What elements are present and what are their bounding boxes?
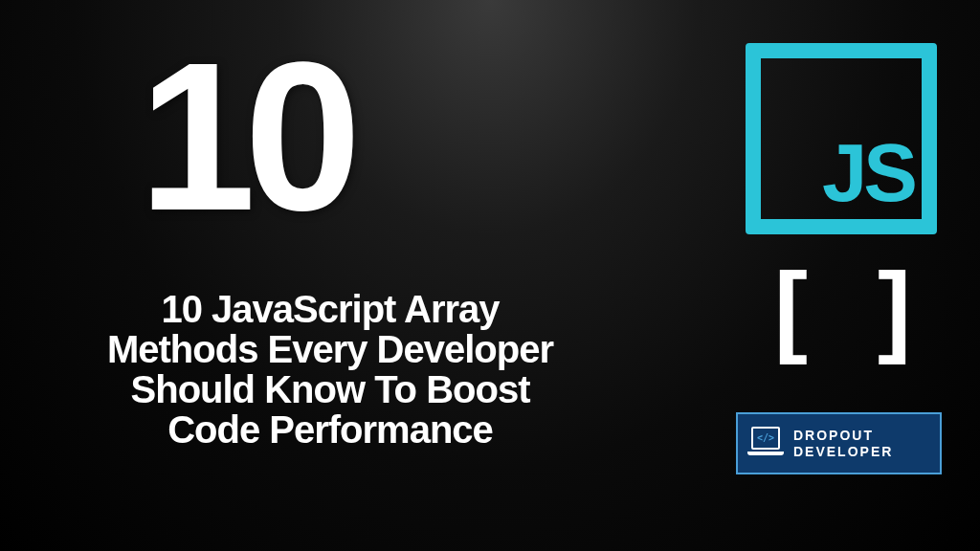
laptop-icon: </> — [747, 427, 784, 461]
hero-title: 10 JavaScript Array Methods Every Develo… — [96, 289, 565, 450]
array-brackets-icon: [ ] — [774, 258, 932, 359]
hero-banner: 10 10 JavaScript Array Methods Every Dev… — [0, 0, 980, 551]
js-logo-text: JS — [822, 132, 914, 213]
brand-name: DROPOUT DEVELOPER — [793, 428, 893, 458]
code-icon: </> — [757, 432, 774, 443]
brand-line2: DEVELOPER — [793, 444, 893, 459]
laptop-base-icon — [747, 452, 784, 455]
laptop-screen-icon: </> — [751, 427, 780, 450]
brand-line1: DROPOUT — [793, 428, 893, 443]
js-logo-icon: JS — [746, 43, 937, 234]
hero-number: 10 — [139, 48, 350, 227]
brand-logo: </> DROPOUT DEVELOPER — [736, 412, 942, 474]
